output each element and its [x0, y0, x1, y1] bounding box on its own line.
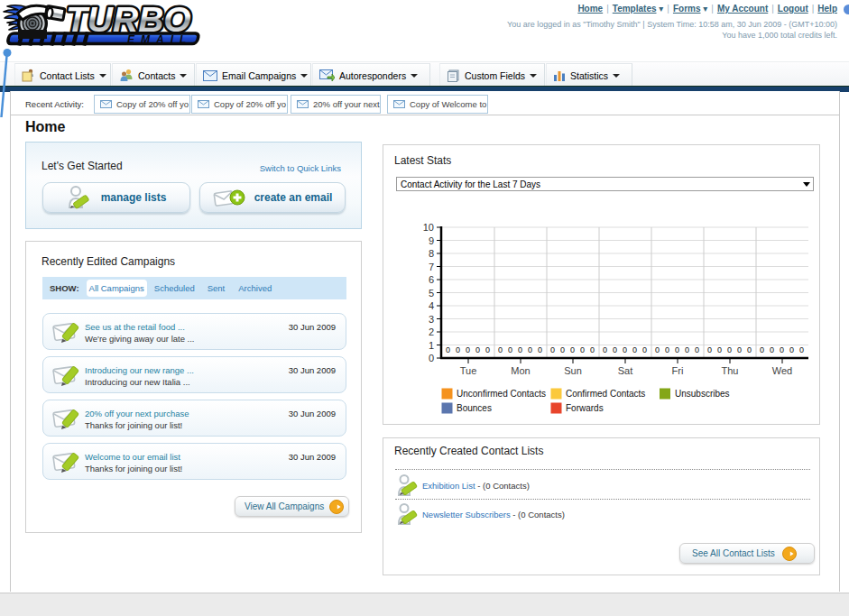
svg-text:0: 0 — [675, 345, 679, 354]
svg-text:0: 0 — [475, 345, 480, 354]
svg-text:0: 0 — [570, 345, 575, 354]
svg-text:Sun: Sun — [564, 365, 582, 376]
svg-text:0: 0 — [623, 345, 627, 354]
svg-text:0: 0 — [603, 345, 607, 354]
svg-text:5: 5 — [429, 288, 434, 299]
svg-text:Confirmed Contacts: Confirmed Contacts — [566, 389, 645, 399]
svg-text:Fri: Fri — [672, 365, 684, 376]
svg-text:0: 0 — [429, 353, 434, 363]
svg-text:3: 3 — [429, 314, 434, 325]
svg-text:8: 8 — [429, 248, 434, 259]
svg-text:1: 1 — [429, 340, 434, 351]
svg-text:0: 0 — [685, 345, 689, 354]
svg-text:0: 0 — [717, 345, 722, 354]
svg-text:Unconfirmed Contacts: Unconfirmed Contacts — [457, 389, 546, 399]
svg-text:0: 0 — [789, 345, 794, 354]
svg-text:0: 0 — [518, 345, 522, 354]
svg-text:Wed: Wed — [772, 365, 792, 376]
svg-text:0: 0 — [580, 345, 585, 354]
svg-text:0: 0 — [770, 345, 774, 354]
svg-text:0: 0 — [485, 345, 490, 354]
svg-text:7: 7 — [429, 262, 434, 272]
svg-text:Thu: Thu — [722, 365, 739, 376]
svg-text:0: 0 — [695, 345, 699, 354]
svg-text:0: 0 — [550, 345, 555, 354]
svg-text:9: 9 — [429, 235, 434, 246]
svg-text:0: 0 — [799, 345, 804, 354]
svg-text:0: 0 — [760, 345, 764, 354]
svg-text:TURBO: TURBO — [66, 0, 191, 39]
svg-text:0: 0 — [498, 345, 503, 354]
svg-text:0: 0 — [727, 345, 732, 354]
svg-text:0: 0 — [613, 345, 617, 354]
svg-text:0: 0 — [456, 345, 460, 354]
svg-text:0: 0 — [655, 345, 660, 354]
svg-text:4: 4 — [429, 300, 434, 311]
svg-text:0: 0 — [528, 345, 532, 354]
svg-text:0: 0 — [780, 345, 784, 354]
svg-text:0: 0 — [747, 345, 752, 354]
svg-text:0: 0 — [560, 345, 565, 354]
svg-text:Bounces: Bounces — [457, 403, 492, 413]
svg-text:0: 0 — [707, 345, 712, 354]
svg-text:0: 0 — [642, 345, 647, 354]
svg-text:0: 0 — [590, 345, 595, 354]
svg-text:Unsubscribes: Unsubscribes — [675, 389, 730, 399]
svg-text:0: 0 — [665, 345, 669, 354]
svg-text:0: 0 — [737, 345, 742, 354]
svg-text:0: 0 — [508, 345, 512, 354]
svg-text:0: 0 — [632, 345, 637, 354]
svg-text:6: 6 — [429, 274, 434, 285]
svg-text:0: 0 — [446, 345, 450, 354]
svg-text:Sat: Sat — [618, 365, 633, 376]
svg-text:Mon: Mon — [511, 365, 530, 376]
svg-text:0: 0 — [538, 345, 542, 354]
svg-text:0: 0 — [466, 345, 470, 354]
svg-text:10: 10 — [423, 222, 434, 233]
svg-text:Forwards: Forwards — [566, 403, 604, 413]
svg-text:Tue: Tue — [460, 365, 477, 376]
svg-text:2: 2 — [429, 326, 434, 337]
